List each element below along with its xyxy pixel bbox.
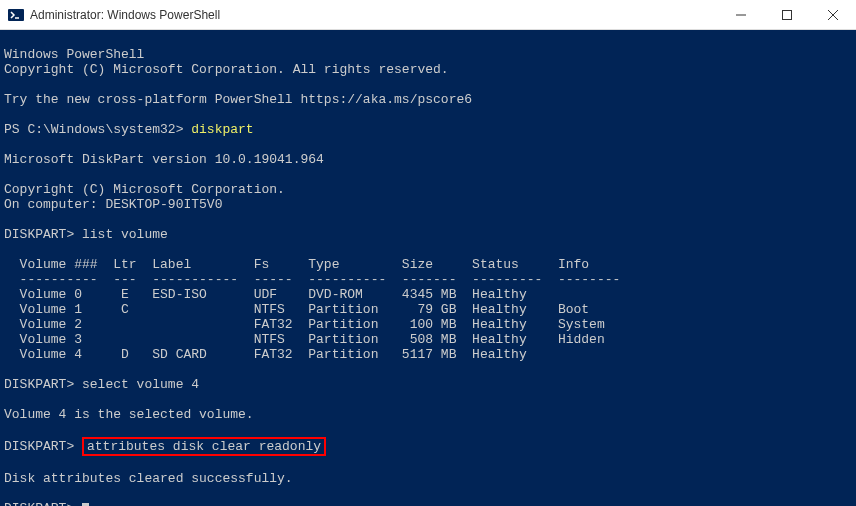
volume-row: Volume 0 E ESD-ISO UDF DVD-ROM 4345 MB H…: [4, 287, 527, 302]
response-text: Volume 4 is the selected volume.: [4, 407, 254, 422]
diskpart-computer: On computer: DESKTOP-90IT5V0: [4, 197, 222, 212]
terminal-body[interactable]: Windows PowerShell Copyright (C) Microso…: [0, 30, 856, 506]
command-text: diskpart: [191, 122, 253, 137]
close-button[interactable]: [810, 0, 856, 29]
diskpart-prompt: DISKPART>: [4, 501, 82, 506]
command-text: attributes disk clear readonly: [87, 439, 321, 454]
maximize-button[interactable]: [764, 0, 810, 29]
volume-row: Volume 1 C NTFS Partition 79 GB Healthy …: [4, 302, 589, 317]
window-title: Administrator: Windows PowerShell: [30, 8, 718, 22]
ps-prompt: PS C:\Windows\system32>: [4, 122, 191, 137]
svg-line-5: [828, 10, 838, 20]
minimize-button[interactable]: [718, 0, 764, 29]
volume-table-divider: ---------- --- ----------- ----- -------…: [4, 272, 620, 287]
powershell-icon: [8, 7, 24, 23]
banner-line: Try the new cross-platform PowerShell ht…: [4, 92, 472, 107]
diskpart-version: Microsoft DiskPart version 10.0.19041.96…: [4, 152, 324, 167]
volume-row: Volume 3 NTFS Partition 508 MB Healthy H…: [4, 332, 605, 347]
highlighted-command: attributes disk clear readonly: [82, 437, 326, 456]
command-text: select volume 4: [82, 377, 199, 392]
diskpart-prompt: DISKPART>: [4, 377, 82, 392]
banner-line: Windows PowerShell: [4, 47, 144, 62]
volume-row: Volume 4 D SD CARD FAT32 Partition 5117 …: [4, 347, 527, 362]
diskpart-prompt: DISKPART>: [4, 439, 82, 454]
svg-rect-0: [8, 9, 24, 21]
diskpart-prompt: DISKPART>: [4, 227, 82, 242]
volume-row: Volume 2 FAT32 Partition 100 MB Healthy …: [4, 317, 605, 332]
window-controls: [718, 0, 856, 29]
svg-line-4: [828, 10, 838, 20]
response-text: Disk attributes cleared successfully.: [4, 471, 293, 486]
command-text: list volume: [82, 227, 168, 242]
diskpart-copyright: Copyright (C) Microsoft Corporation.: [4, 182, 285, 197]
svg-rect-3: [783, 10, 792, 19]
volume-table-header: Volume ### Ltr Label Fs Type Size Status…: [4, 257, 589, 272]
banner-line: Copyright (C) Microsoft Corporation. All…: [4, 62, 449, 77]
window-titlebar: Administrator: Windows PowerShell: [0, 0, 856, 30]
